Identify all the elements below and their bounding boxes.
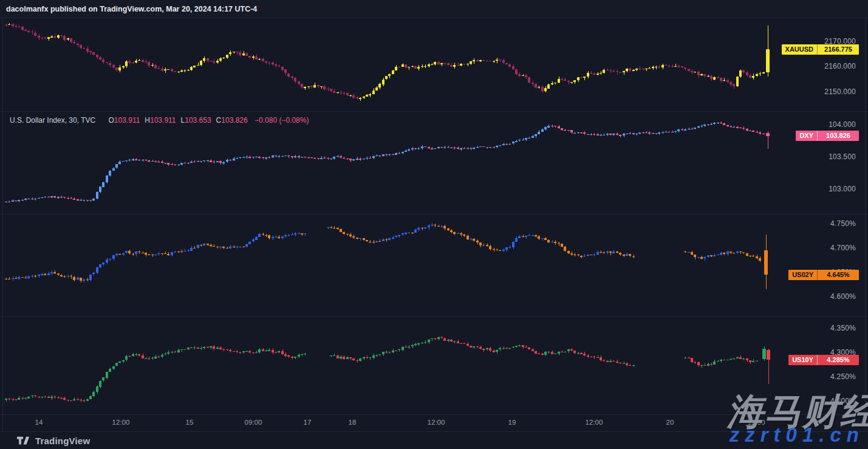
time-tick-label[interactable]: 20 xyxy=(666,419,674,426)
candle xyxy=(340,357,342,358)
candle xyxy=(616,362,618,363)
candle xyxy=(272,63,274,64)
candle xyxy=(697,72,700,75)
candle xyxy=(265,157,267,159)
candle xyxy=(57,197,60,198)
candle xyxy=(500,59,501,62)
price-badge-xauusd[interactable]: XAUUSD2166.775 xyxy=(782,44,859,55)
tradingview-logo-icon[interactable] xyxy=(17,436,30,445)
time-tick-label[interactable]: 09:00 xyxy=(245,419,262,426)
candle xyxy=(47,37,50,39)
candle xyxy=(324,156,325,158)
candle xyxy=(762,134,765,134)
candle xyxy=(148,358,150,359)
time-tick-label[interactable]: 15 xyxy=(186,419,194,426)
legend-ohlc-letter: O xyxy=(109,116,114,125)
candle xyxy=(70,38,72,42)
candle xyxy=(255,237,258,240)
candle xyxy=(700,126,703,126)
time-tick-label[interactable]: 14 xyxy=(35,419,43,426)
candle xyxy=(392,351,394,352)
candle xyxy=(252,239,255,241)
candle xyxy=(408,233,410,233)
time-tick-label[interactable]: 17 xyxy=(304,419,312,426)
price-badge-us02y[interactable]: US02Y4.645% xyxy=(788,270,859,280)
candle xyxy=(118,67,121,70)
candle xyxy=(619,253,621,255)
candle xyxy=(580,256,583,257)
candle xyxy=(32,395,33,398)
candle xyxy=(67,276,69,276)
candle xyxy=(275,64,277,66)
candle xyxy=(50,36,53,38)
candle xyxy=(291,357,293,358)
candle xyxy=(689,357,689,358)
candle xyxy=(512,347,514,348)
dxy-legend[interactable]: U.S. Dollar Index, 30, TVC O103.911H103.… xyxy=(10,116,309,125)
candle xyxy=(352,358,355,360)
candle xyxy=(233,351,235,352)
candle xyxy=(684,129,686,131)
candle xyxy=(99,57,101,60)
candle xyxy=(466,344,469,346)
candle xyxy=(83,48,85,49)
candle xyxy=(694,255,696,257)
candle xyxy=(216,61,219,63)
candle xyxy=(561,128,563,130)
time-tick-label[interactable]: 12:00 xyxy=(112,419,130,426)
candle xyxy=(700,257,703,259)
candle xyxy=(486,61,488,61)
price-tick-label: 103.000 xyxy=(829,185,856,193)
pane-xauusd xyxy=(5,23,770,101)
candle xyxy=(538,87,540,87)
candle xyxy=(375,87,378,91)
candle xyxy=(612,361,615,362)
candle xyxy=(587,255,589,256)
candle xyxy=(125,356,128,360)
candle xyxy=(762,72,765,74)
candle xyxy=(570,82,573,83)
time-tick-label[interactable]: 19 xyxy=(508,419,516,426)
candle xyxy=(385,76,388,79)
candle xyxy=(294,357,296,358)
candlestick-chart[interactable] xyxy=(0,0,868,449)
candle xyxy=(38,36,40,38)
candle xyxy=(561,79,563,80)
candle xyxy=(372,91,375,94)
candle xyxy=(482,146,485,147)
time-tick-label[interactable]: 18 xyxy=(349,419,357,426)
candle xyxy=(177,252,180,252)
candle xyxy=(635,134,638,134)
candle xyxy=(577,255,579,255)
candle xyxy=(463,148,465,149)
price-badge-us10y[interactable]: US10Y4.285% xyxy=(788,355,859,365)
candle xyxy=(518,345,521,346)
candle xyxy=(505,247,508,250)
candle xyxy=(372,242,375,242)
time-tick-label[interactable]: 12:00 xyxy=(586,419,603,426)
candle xyxy=(541,87,544,91)
candle xyxy=(756,256,758,258)
candle xyxy=(135,354,137,355)
candle xyxy=(577,77,579,80)
candle xyxy=(473,239,475,241)
candle xyxy=(151,65,154,66)
time-tick-label[interactable]: 12:00 xyxy=(428,419,445,426)
candle xyxy=(236,247,238,247)
candle xyxy=(200,245,202,245)
candle xyxy=(96,386,98,392)
candle xyxy=(67,38,69,39)
candle xyxy=(703,257,706,258)
candle xyxy=(67,198,69,199)
candle xyxy=(276,235,276,237)
candle xyxy=(609,361,612,362)
candle xyxy=(233,159,235,160)
candle xyxy=(47,197,50,197)
candle xyxy=(479,60,482,61)
candle xyxy=(132,159,134,160)
candle xyxy=(564,80,566,81)
candle xyxy=(466,64,469,64)
price-badge-dxy[interactable]: DXY103.826 xyxy=(796,131,859,141)
candle xyxy=(245,157,248,157)
tradingview-brand-text[interactable]: TradingView xyxy=(35,436,90,446)
